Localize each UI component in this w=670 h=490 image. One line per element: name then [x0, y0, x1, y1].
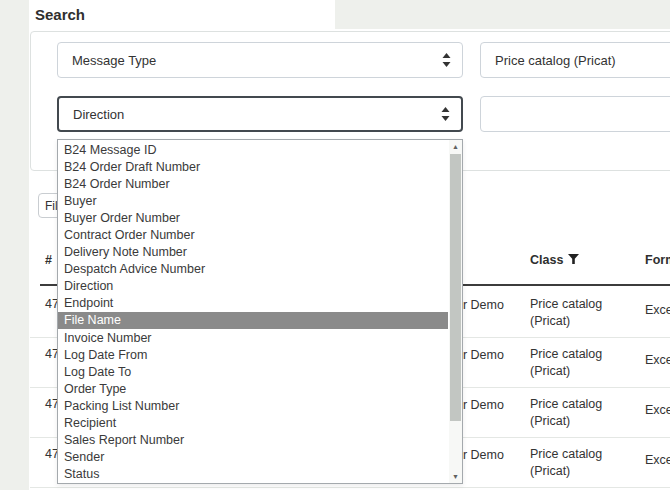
- message-type-select[interactable]: Message Type: [57, 42, 463, 78]
- dropdown-option[interactable]: Log Date From: [58, 346, 448, 363]
- search-field-select[interactable]: Direction: [57, 96, 463, 132]
- column-header-class-label: Class: [530, 253, 563, 267]
- scroll-down-icon[interactable]: ▼: [449, 470, 462, 483]
- screen: Search Message Type Price catalog (Prica…: [0, 0, 670, 490]
- dropdown-option[interactable]: Contract Order Number: [58, 226, 448, 243]
- row-format: Excel: [645, 302, 670, 319]
- updown-arrows-icon: [442, 53, 451, 67]
- dropdown-scrollbar[interactable]: ▲ ▼: [449, 140, 462, 483]
- dropdown-option[interactable]: Endpoint: [58, 295, 448, 312]
- dropdown-option[interactable]: Status: [58, 466, 448, 483]
- scroll-up-icon[interactable]: ▲: [449, 140, 462, 153]
- updown-arrows-icon: [441, 107, 450, 121]
- dropdown-option[interactable]: B24 Message ID: [58, 141, 448, 158]
- dropdown-option[interactable]: Delivery Note Number: [58, 244, 448, 261]
- dropdown-option[interactable]: Sender: [58, 449, 448, 466]
- page-left-gutter: [0, 0, 29, 490]
- dropdown-option[interactable]: Direction: [58, 278, 448, 295]
- row-format: Excel: [645, 352, 670, 369]
- dropdown-option[interactable]: Invoice Number: [58, 329, 448, 346]
- row-class: Price catalog (Pricat): [530, 446, 615, 480]
- row-class: Price catalog (Pricat): [530, 396, 615, 430]
- page-title: Search: [35, 6, 85, 23]
- scrollbar-thumb[interactable]: [450, 154, 461, 421]
- dropdown-option[interactable]: Packing List Number: [58, 397, 448, 414]
- dropdown-option[interactable]: Recipient: [58, 415, 448, 432]
- page-top-band: [335, 0, 670, 29]
- search-field-select-value: Direction: [73, 107, 124, 122]
- dropdown-option[interactable]: Log Date To: [58, 363, 448, 380]
- dropdown-option-highlighted[interactable]: File Name: [58, 312, 448, 329]
- dropdown-option[interactable]: Despatch Advice Number: [58, 261, 448, 278]
- search-field-dropdown: B24 Message ID B24 Order Draft Number B2…: [57, 139, 463, 484]
- message-class-select-value: Price catalog (Pricat): [495, 53, 616, 68]
- message-class-select[interactable]: Price catalog (Pricat): [480, 42, 670, 78]
- row-class: Price catalog (Pricat): [530, 296, 615, 330]
- dropdown-option[interactable]: B24 Order Draft Number: [58, 158, 448, 175]
- dropdown-option[interactable]: Buyer: [58, 192, 448, 209]
- filter-funnel-icon[interactable]: [568, 253, 579, 267]
- search-value-input[interactable]: [480, 96, 670, 132]
- row-class: Price catalog (Pricat): [530, 346, 615, 380]
- dropdown-options: B24 Message ID B24 Order Draft Number B2…: [58, 141, 448, 482]
- dropdown-option[interactable]: Sales Report Number: [58, 432, 448, 449]
- row-format: Excel: [645, 452, 670, 469]
- dropdown-option[interactable]: Order Type: [58, 380, 448, 397]
- message-type-select-value: Message Type: [72, 53, 156, 68]
- column-header-format[interactable]: Format: [645, 253, 670, 267]
- dropdown-option[interactable]: B24 Order Number: [58, 175, 448, 192]
- row-format: Excel: [645, 402, 670, 419]
- column-header-class[interactable]: Class: [530, 253, 579, 267]
- dropdown-option[interactable]: Buyer Order Number: [58, 209, 448, 226]
- column-header-id[interactable]: #: [45, 253, 52, 267]
